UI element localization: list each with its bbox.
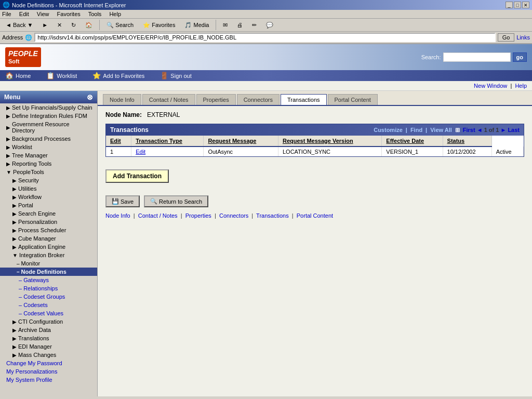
col-header-edit[interactable]: Edit xyxy=(106,136,131,147)
tab-node-info[interactable]: Node Info xyxy=(103,94,141,105)
col-header-transaction-type[interactable]: Transaction Type xyxy=(131,136,204,147)
sidebar-item-reporting-tools[interactable]: ▶ Reporting Tools xyxy=(0,159,97,168)
sidebar-item-gateways[interactable]: – Gateways xyxy=(0,276,97,284)
sidebar-item-my-personalizations[interactable]: My Personalizations xyxy=(0,367,97,376)
menu-tools[interactable]: Tools xyxy=(88,11,102,17)
media-btn[interactable]: 🎵 Media xyxy=(181,21,212,30)
sidebar-item-codeset-groups[interactable]: – Codeset Groups xyxy=(0,292,97,301)
edit-link[interactable]: Edit xyxy=(136,149,145,155)
back-btn[interactable]: ◄ Back ▼ xyxy=(2,21,36,29)
sidebar-item-cube-manager[interactable]: ▶ Cube Manager xyxy=(0,234,97,243)
sidebar-item-cti-configuration[interactable]: ▶ CTI Configuration xyxy=(0,317,97,326)
nav-sign-out[interactable]: 🚪 Sign out xyxy=(160,72,191,79)
col-header-request-message-version[interactable]: Request Message Version xyxy=(278,136,381,147)
mail-btn[interactable]: ✉ xyxy=(219,21,231,30)
sidebar-item-application-engine[interactable]: ▶ Application Engine xyxy=(0,243,97,251)
tab-transactions[interactable]: Transactions xyxy=(281,94,327,105)
favorites-btn[interactable]: ⭐ Favorites xyxy=(139,21,179,30)
stop-btn[interactable]: ✕ xyxy=(54,21,65,30)
nav-home[interactable]: 🏠 Home xyxy=(5,72,31,79)
sidebar-item-tree-manager[interactable]: ▶ Tree Manager xyxy=(0,151,97,159)
bottom-link-portal-content[interactable]: Portal Content xyxy=(297,212,333,219)
menu-favorites[interactable]: Favorites xyxy=(57,11,81,17)
print-btn[interactable]: 🖨 xyxy=(233,21,246,29)
return-to-search-button[interactable]: 🔍 Return to Search xyxy=(144,195,208,207)
sidebar-item-worklist[interactable]: ▶ Worklist xyxy=(0,143,97,151)
tab-contact-notes[interactable]: Contact / Notes xyxy=(142,94,195,105)
address-input[interactable] xyxy=(34,33,495,42)
go-button[interactable]: Go xyxy=(498,33,515,42)
help-link[interactable]: Help xyxy=(515,83,527,89)
refresh-btn[interactable]: ↻ xyxy=(68,21,79,30)
sidebar-item-portal[interactable]: ▶ Portal xyxy=(0,201,97,209)
nav-worklist[interactable]: 📋 Worklist xyxy=(46,72,77,79)
sidebar-item-archive-data[interactable]: ▶ Archive Data xyxy=(0,326,97,334)
maximize-btn[interactable]: □ xyxy=(514,2,521,8)
col-header-effective-date[interactable]: Effective Date xyxy=(382,136,443,147)
sidebar-item-define-integration[interactable]: ▶ Define Integration Rules FDM xyxy=(0,112,97,120)
edit-btn[interactable]: ✏ xyxy=(248,21,260,30)
minimize-btn[interactable]: _ xyxy=(506,2,513,8)
sidebar-item-change-password[interactable]: Change My Password xyxy=(0,359,97,367)
sidebar-item-my-system-profile[interactable]: My System Profile xyxy=(0,376,97,384)
sidebar-item-monitor[interactable]: – Monitor xyxy=(0,259,97,268)
sidebar-item-integration-broker[interactable]: ▼ Integration Broker xyxy=(0,251,97,259)
sidebar-scroll[interactable]: ▶ Set Up Financials/Supply Chain ▶ Defin… xyxy=(0,103,97,396)
menu-file[interactable]: File xyxy=(2,11,11,17)
tab-connectors[interactable]: Connectors xyxy=(237,94,280,105)
forward-btn[interactable]: ► xyxy=(38,21,51,29)
bottom-link-contact-notes[interactable]: Contact / Notes xyxy=(138,212,178,219)
menu-view[interactable]: View xyxy=(37,11,49,17)
sidebar-item-mass-changes[interactable]: ▶ Mass Changes xyxy=(0,351,97,359)
col-header-request-message[interactable]: Request Message xyxy=(204,136,278,147)
sidebar-item-process-scheduler[interactable]: ▶ Process Scheduler xyxy=(0,226,97,234)
last-link[interactable]: Last xyxy=(508,127,520,133)
next-link[interactable]: ► xyxy=(500,127,506,133)
search-input[interactable] xyxy=(443,52,511,62)
bottom-link-properties[interactable]: Properties xyxy=(185,212,211,219)
bottom-link-transactions[interactable]: Transactions xyxy=(256,212,289,219)
content-inner: Node Name: EXTERNAL Transactions Customi… xyxy=(98,106,532,224)
sidebar-item-node-definitions[interactable]: – Node Definitions xyxy=(0,268,97,276)
add-transaction-button[interactable]: Add Transaction xyxy=(105,169,169,183)
tab-portal-content-label: Portal Content xyxy=(335,97,371,103)
ie-toolbar: ◄ Back ▼ ► ✕ ↻ 🏠 🔍 Search ⭐ Favorites 🎵 … xyxy=(0,19,532,32)
first-link[interactable]: First xyxy=(463,127,475,133)
bottom-link-connectors[interactable]: Connectors xyxy=(219,212,248,219)
sidebar-item-codesets[interactable]: – Codesets xyxy=(0,301,97,309)
sidebar-close-btn[interactable]: ⊗ xyxy=(87,93,93,101)
save-button[interactable]: 💾 Save xyxy=(105,195,140,207)
sidebar-item-personalization[interactable]: ▶ Personalization xyxy=(0,218,97,226)
row-effective-date: 10/12/2002 xyxy=(443,147,491,156)
sidebar-item-government-resource[interactable]: ▶ Government Resource Directory xyxy=(0,120,97,135)
nav-add-favorites[interactable]: ⭐ Add to Favorites xyxy=(92,72,144,79)
find-link[interactable]: Find xyxy=(410,127,422,134)
prev-link[interactable]: ◄ xyxy=(477,127,483,133)
sidebar-item-search-engine[interactable]: ▶ Search Engine xyxy=(0,209,97,218)
sidebar-item-edi-manager[interactable]: ▶ EDI Manager xyxy=(0,342,97,351)
view-all-link[interactable]: View All xyxy=(430,127,452,134)
sidebar-item-utilities[interactable]: ▶ Utilities xyxy=(0,184,97,193)
sidebar-item-relationships[interactable]: – Relationships xyxy=(0,284,97,292)
bottom-link-node-info[interactable]: Node Info xyxy=(105,212,130,219)
customize-link[interactable]: Customize xyxy=(374,127,403,134)
home-btn[interactable]: 🏠 xyxy=(82,21,96,30)
sidebar-item-setup-financials[interactable]: ▶ Set Up Financials/Supply Chain xyxy=(0,103,97,112)
search-btn[interactable]: 🔍 Search xyxy=(103,21,137,30)
search-go-button[interactable]: go xyxy=(513,52,527,62)
menu-edit[interactable]: Edit xyxy=(19,11,29,17)
sidebar-item-peopletools[interactable]: ▼ PeopleTools xyxy=(0,168,97,176)
sidebar-item-workflow[interactable]: ▶ Workflow xyxy=(0,193,97,201)
close-btn[interactable]: ✕ xyxy=(522,2,529,8)
new-window-link[interactable]: New Window xyxy=(474,83,507,89)
links-button[interactable]: Links xyxy=(516,34,530,41)
sidebar-item-translations[interactable]: ▶ Translations xyxy=(0,334,97,342)
menu-help[interactable]: Help xyxy=(109,11,121,17)
col-header-status[interactable]: Status xyxy=(443,136,491,147)
tab-portal-content[interactable]: Portal Content xyxy=(328,94,378,105)
tab-properties[interactable]: Properties xyxy=(196,94,236,105)
discuss-btn[interactable]: 💬 xyxy=(262,21,277,30)
sidebar-item-codeset-values[interactable]: – Codeset Values xyxy=(0,309,97,317)
sidebar-item-background-processes[interactable]: ▶ Background Processes xyxy=(0,135,97,143)
sidebar-item-security[interactable]: ▶ Security xyxy=(0,176,97,184)
